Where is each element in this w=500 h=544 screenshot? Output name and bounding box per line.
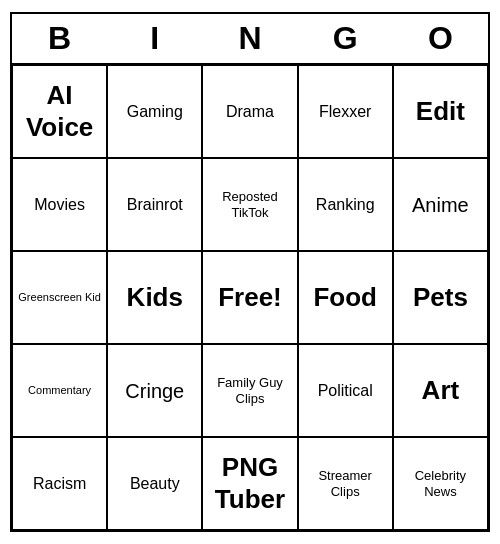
cell-text-1: Gaming bbox=[127, 102, 183, 121]
bingo-cell-1: Gaming bbox=[107, 65, 202, 158]
cell-text-13: Food bbox=[313, 282, 377, 313]
cell-text-9: Anime bbox=[412, 193, 469, 217]
bingo-cell-19: Art bbox=[393, 344, 488, 437]
cell-text-24: Celebrity News bbox=[398, 468, 483, 499]
cell-text-22: PNG Tuber bbox=[207, 452, 292, 514]
bingo-cell-24: Celebrity News bbox=[393, 437, 488, 530]
cell-text-7: Reposted TikTok bbox=[207, 189, 292, 220]
bingo-cell-22: PNG Tuber bbox=[202, 437, 297, 530]
cell-text-0: AI Voice bbox=[17, 80, 102, 142]
bingo-cell-15: Commentary bbox=[12, 344, 107, 437]
cell-text-8: Ranking bbox=[316, 195, 375, 214]
header-n: N bbox=[202, 14, 297, 63]
bingo-cell-11: Kids bbox=[107, 251, 202, 344]
bingo-cell-20: Racism bbox=[12, 437, 107, 530]
cell-text-2: Drama bbox=[226, 102, 274, 121]
bingo-cell-4: Edit bbox=[393, 65, 488, 158]
bingo-cell-6: Brainrot bbox=[107, 158, 202, 251]
cell-text-17: Family Guy Clips bbox=[207, 375, 292, 406]
bingo-grid: AI VoiceGamingDramaFlexxerEditMoviesBrai… bbox=[12, 65, 488, 530]
bingo-header: B I N G O bbox=[12, 14, 488, 65]
bingo-card: B I N G O AI VoiceGamingDramaFlexxerEdit… bbox=[10, 12, 490, 532]
cell-text-5: Movies bbox=[34, 195, 85, 214]
bingo-cell-17: Family Guy Clips bbox=[202, 344, 297, 437]
header-o: O bbox=[393, 14, 488, 63]
cell-text-14: Pets bbox=[413, 282, 468, 313]
cell-text-20: Racism bbox=[33, 474, 86, 493]
bingo-cell-13: Food bbox=[298, 251, 393, 344]
cell-text-12: Free! bbox=[218, 282, 282, 313]
bingo-cell-8: Ranking bbox=[298, 158, 393, 251]
cell-text-11: Kids bbox=[127, 282, 183, 313]
cell-text-15: Commentary bbox=[28, 384, 91, 397]
bingo-cell-21: Beauty bbox=[107, 437, 202, 530]
cell-text-3: Flexxer bbox=[319, 102, 371, 121]
bingo-cell-0: AI Voice bbox=[12, 65, 107, 158]
bingo-cell-16: Cringe bbox=[107, 344, 202, 437]
bingo-cell-14: Pets bbox=[393, 251, 488, 344]
cell-text-16: Cringe bbox=[125, 379, 184, 403]
bingo-cell-2: Drama bbox=[202, 65, 297, 158]
cell-text-23: Streamer Clips bbox=[303, 468, 388, 499]
bingo-cell-9: Anime bbox=[393, 158, 488, 251]
cell-text-10: Greenscreen Kid bbox=[18, 291, 101, 304]
header-i: I bbox=[107, 14, 202, 63]
bingo-cell-3: Flexxer bbox=[298, 65, 393, 158]
header-g: G bbox=[298, 14, 393, 63]
header-b: B bbox=[12, 14, 107, 63]
bingo-cell-23: Streamer Clips bbox=[298, 437, 393, 530]
bingo-cell-7: Reposted TikTok bbox=[202, 158, 297, 251]
bingo-cell-12: Free! bbox=[202, 251, 297, 344]
bingo-cell-5: Movies bbox=[12, 158, 107, 251]
bingo-cell-18: Political bbox=[298, 344, 393, 437]
cell-text-6: Brainrot bbox=[127, 195, 183, 214]
cell-text-19: Art bbox=[422, 375, 460, 406]
cell-text-4: Edit bbox=[416, 96, 465, 127]
cell-text-21: Beauty bbox=[130, 474, 180, 493]
bingo-cell-10: Greenscreen Kid bbox=[12, 251, 107, 344]
cell-text-18: Political bbox=[318, 381, 373, 400]
